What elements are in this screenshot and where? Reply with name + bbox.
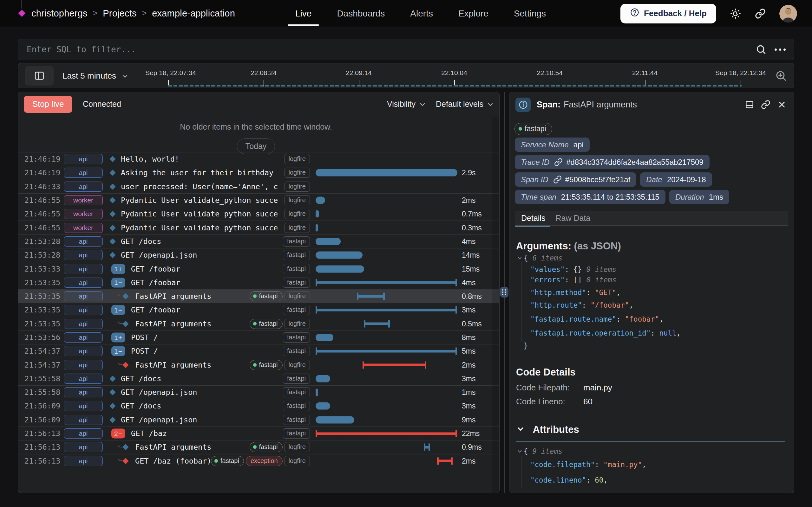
scope-tag[interactable]: logfire bbox=[285, 168, 310, 178]
scope-tag[interactable]: logfire bbox=[285, 319, 310, 329]
tab-live[interactable]: Live bbox=[295, 0, 311, 27]
fastapi-tag[interactable]: fastapi bbox=[250, 319, 283, 329]
log-row[interactable]: 21:56:13apiGET /baz (foobar)fastapiexcep… bbox=[18, 454, 500, 468]
scope-tag[interactable]: fastapi bbox=[283, 429, 310, 439]
avatar[interactable] bbox=[779, 5, 797, 22]
log-row[interactable]: 21:54:37apiFastAPI argumentsfastapilogfi… bbox=[18, 358, 500, 372]
service-tag-api[interactable]: api bbox=[64, 387, 103, 397]
service-tag-worker[interactable]: worker bbox=[64, 209, 103, 219]
scope-tag[interactable]: fastapi bbox=[283, 401, 310, 411]
stop-live-button[interactable]: Stop live bbox=[24, 96, 72, 113]
visibility-dropdown[interactable]: Visibility bbox=[387, 100, 426, 109]
tab-settings[interactable]: Settings bbox=[514, 0, 546, 27]
exception-tag[interactable]: exception bbox=[246, 456, 283, 466]
scope-tag[interactable]: fastapi bbox=[283, 236, 310, 246]
scope-tag[interactable]: logfire bbox=[285, 154, 310, 164]
time-range-dropdown[interactable]: Last 5 minutes bbox=[62, 63, 129, 89]
fastapi-tag[interactable]: fastapi bbox=[250, 360, 283, 370]
share-link-button[interactable] bbox=[755, 8, 766, 19]
log-row[interactable]: 21:55:58apiGET /openapi.jsonfastapi1ms bbox=[18, 385, 500, 399]
log-row[interactable]: 21:53:35apiFastAPI argumentsfastapilogfi… bbox=[18, 317, 500, 331]
log-row[interactable]: 21:53:56api1+POST /fastapi8ms bbox=[18, 331, 500, 344]
span-id-pill[interactable]: Span ID #5008bce5f7fe21af bbox=[515, 172, 636, 187]
scope-tag[interactable]: logfire bbox=[285, 223, 310, 233]
service-tag-api[interactable]: api bbox=[64, 442, 103, 452]
log-row[interactable]: 21:53:35apiFastAPI argumentsfastapilogfi… bbox=[18, 289, 500, 303]
log-row[interactable]: 21:46:19apiHello, world!logfire bbox=[18, 152, 500, 166]
tab-dashboards[interactable]: Dashboards bbox=[337, 0, 385, 27]
breadcrumb-section[interactable]: Projects bbox=[103, 8, 136, 19]
scope-tag[interactable]: fastapi bbox=[283, 264, 310, 274]
service-tag-api[interactable]: api bbox=[64, 360, 103, 370]
child-count-badge[interactable]: 1+ bbox=[111, 264, 125, 274]
log-row[interactable]: 21:53:28apiGET /docsfastapi4ms bbox=[18, 234, 500, 248]
log-row[interactable]: 21:46:55workerPydantic User validate_pyt… bbox=[18, 207, 500, 221]
dock-bottom-button[interactable] bbox=[745, 100, 754, 109]
scope-tag[interactable]: fastapi bbox=[283, 278, 310, 288]
service-tag-api[interactable]: api bbox=[64, 429, 103, 439]
service-tag-api[interactable]: api bbox=[64, 236, 103, 246]
service-tag-api[interactable]: api bbox=[64, 250, 103, 260]
log-row[interactable]: 21:53:35api1−GET /foobarfastapi3ms bbox=[18, 303, 500, 317]
scope-tag[interactable]: fastapi bbox=[283, 332, 310, 343]
scope-tag[interactable]: logfire bbox=[285, 209, 310, 219]
service-tag-api[interactable]: api bbox=[64, 319, 103, 329]
logfire-logo-icon[interactable] bbox=[18, 9, 26, 17]
scrollbar-gutter[interactable] bbox=[492, 117, 499, 493]
scope-tag[interactable]: logfire bbox=[285, 456, 310, 466]
sql-filter-input[interactable] bbox=[18, 45, 756, 54]
child-count-badge[interactable]: 1+ bbox=[111, 333, 125, 343]
service-tag-api[interactable]: api bbox=[64, 456, 103, 466]
scope-tag[interactable]: logfire bbox=[285, 181, 310, 192]
log-row[interactable]: 21:46:33apiuser processed: User(name='An… bbox=[18, 180, 500, 193]
service-tag-worker[interactable]: worker bbox=[64, 223, 103, 233]
service-tag-api[interactable]: api bbox=[64, 415, 103, 425]
fastapi-tag[interactable]: fastapi bbox=[250, 291, 283, 301]
service-tag-api[interactable]: api bbox=[64, 278, 103, 288]
scope-tag[interactable]: fastapi bbox=[283, 387, 310, 397]
log-row[interactable]: 21:53:33api1+GET /foobarfastapi15ms bbox=[18, 262, 500, 275]
log-row[interactable]: 21:53:28apiGET /openapi.jsonfastapi14ms bbox=[18, 248, 500, 262]
copy-link-button[interactable] bbox=[761, 100, 770, 109]
json-collapse-icon[interactable] bbox=[517, 449, 524, 454]
tab-explore[interactable]: Explore bbox=[458, 0, 489, 27]
fastapi-tag[interactable]: fastapi bbox=[211, 456, 244, 466]
theme-toggle-button[interactable] bbox=[730, 8, 741, 19]
scope-tag[interactable]: logfire bbox=[285, 291, 310, 301]
log-row[interactable]: 21:56:13api2−GET /bazfastapi22ms bbox=[18, 427, 500, 440]
service-tag-api[interactable]: api bbox=[64, 374, 103, 384]
service-tag-api[interactable]: api bbox=[64, 401, 103, 411]
service-tag-api[interactable]: api bbox=[64, 154, 103, 164]
json-collapse-icon[interactable] bbox=[517, 256, 524, 261]
scope-tag[interactable]: fastapi bbox=[283, 374, 310, 384]
close-button[interactable] bbox=[777, 100, 786, 109]
fastapi-tag[interactable]: fastapi bbox=[250, 442, 283, 452]
today-button[interactable]: Today bbox=[237, 138, 275, 154]
service-tag-api[interactable]: api bbox=[64, 168, 103, 178]
child-count-badge[interactable]: 1− bbox=[111, 278, 125, 287]
tab-details[interactable]: Details bbox=[521, 211, 545, 226]
log-row[interactable]: 21:54:37api1−POST /fastapi5ms bbox=[18, 344, 500, 358]
log-row[interactable]: 21:46:19apiAsking the user for their bir… bbox=[18, 166, 500, 179]
log-row[interactable]: 21:46:55workerPydantic User validate_pyt… bbox=[18, 193, 500, 207]
more-options-icon[interactable] bbox=[774, 49, 786, 51]
service-tag-api[interactable]: api bbox=[64, 305, 103, 315]
scope-tag[interactable]: fastapi bbox=[283, 305, 310, 315]
service-tag-api[interactable]: api bbox=[64, 332, 103, 343]
log-row[interactable]: 21:56:09apiGET /docsfastapi3ms bbox=[18, 399, 500, 412]
log-row[interactable]: 21:56:09apiGET /openapi.jsonfastapi9ms bbox=[18, 413, 500, 427]
log-row[interactable]: 21:46:55workerPydantic User validate_pyt… bbox=[18, 221, 500, 234]
service-tag-api[interactable]: api bbox=[64, 346, 103, 356]
feedback-help-button[interactable]: Feedback / Help bbox=[620, 4, 716, 23]
trace-id-pill[interactable]: Trace ID #d834c3374dd6fa2e4aa82a55ab2175… bbox=[515, 155, 710, 169]
log-row[interactable]: 21:53:35api1−GET /foobarfastapi4ms bbox=[18, 276, 500, 289]
scope-tag[interactable]: fastapi bbox=[283, 346, 310, 356]
sidebar-toggle-button[interactable] bbox=[25, 66, 54, 86]
scope-tag[interactable]: fastapi bbox=[283, 250, 310, 260]
log-row[interactable]: 21:55:58apiGET /docsfastapi3ms bbox=[18, 372, 500, 385]
service-tag-worker[interactable]: worker bbox=[64, 195, 103, 205]
child-count-badge[interactable]: 1− bbox=[111, 305, 125, 315]
tab-raw-data[interactable]: Raw Data bbox=[555, 211, 590, 226]
breadcrumb-org[interactable]: christophergs bbox=[32, 8, 88, 19]
zoom-in-icon[interactable] bbox=[775, 70, 787, 83]
